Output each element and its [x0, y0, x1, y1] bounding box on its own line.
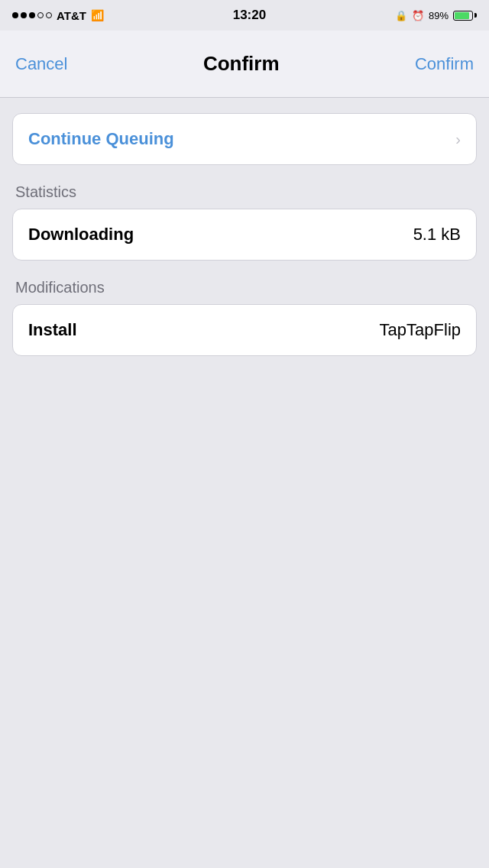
statistics-section-header: Statistics — [15, 183, 477, 201]
page-title: Confirm — [203, 52, 280, 76]
confirm-button[interactable]: Confirm — [412, 48, 477, 80]
install-row: Install TapTapFlip — [13, 305, 476, 355]
carrier-label: AT&T — [57, 9, 86, 22]
status-time: 13:20 — [233, 8, 266, 23]
modifications-section-header: Modifications — [15, 279, 477, 296]
statistics-card: Downloading 5.1 kB — [12, 209, 477, 261]
downloading-row: Downloading 5.1 kB — [13, 209, 476, 260]
install-label: Install — [28, 320, 77, 340]
lock-icon: 🔒 — [395, 10, 407, 21]
main-content: Continue Queuing › Statistics Downloadin… — [0, 98, 489, 390]
chevron-right-icon: › — [455, 131, 461, 148]
navigation-bar: Cancel Confirm Confirm — [0, 31, 489, 98]
continue-queuing-label: Continue Queuing — [28, 129, 174, 149]
wifi-icon: 📶 — [91, 9, 104, 21]
status-left: AT&T 📶 — [12, 9, 104, 22]
battery-percent: 89% — [429, 10, 449, 21]
install-value: TapTapFlip — [380, 320, 461, 340]
status-bar: AT&T 📶 13:20 🔒 ⏰ 89% — [0, 0, 489, 31]
continue-queuing-row[interactable]: Continue Queuing › — [13, 114, 476, 164]
battery-icon — [453, 11, 477, 21]
downloading-value: 5.1 kB — [413, 225, 461, 245]
continue-queuing-card[interactable]: Continue Queuing › — [12, 113, 477, 165]
alarm-icon: ⏰ — [412, 10, 424, 21]
status-right: 🔒 ⏰ 89% — [395, 10, 477, 21]
downloading-label: Downloading — [28, 225, 134, 245]
modifications-card: Install TapTapFlip — [12, 304, 477, 356]
signal-icon — [12, 12, 52, 18]
cancel-button[interactable]: Cancel — [12, 48, 70, 80]
